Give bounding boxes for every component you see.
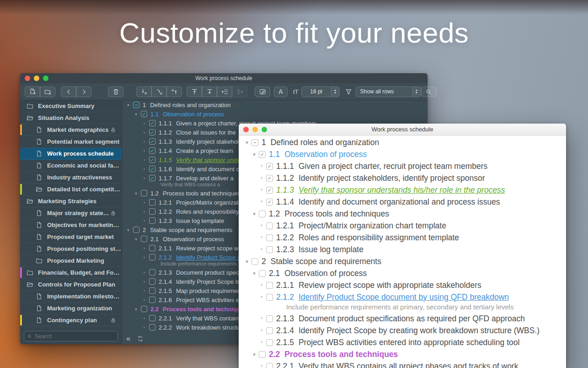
checkbox[interactable]: ✓: [266, 199, 273, 206]
outline-row[interactable]: ▾✓1.1Observation of process: [239, 148, 566, 160]
sidebar-item[interactable]: Major strategy statement: [20, 207, 122, 219]
outline-row[interactable]: ▾2Stable scope and requirements: [239, 255, 566, 267]
insert-row-above-button[interactable]: [166, 87, 182, 97]
disclosure-triangle-icon[interactable]: ▾: [125, 103, 132, 108]
sidebar-item[interactable]: Implementation milestones: [20, 291, 122, 303]
checkbox[interactable]: [266, 282, 273, 289]
minimize-button[interactable]: [252, 127, 258, 132]
sidebar-item[interactable]: Proposed Marketing: [20, 255, 122, 267]
checkbox[interactable]: ✓: [149, 175, 155, 181]
insert-child-row-button[interactable]: [151, 87, 167, 97]
font-size-stepper-arrows[interactable]: ▲▼: [331, 87, 339, 97]
checkbox[interactable]: [266, 315, 273, 322]
collapse-all-box[interactable]: –: [251, 139, 258, 146]
checkbox[interactable]: [133, 227, 139, 233]
font-size-value[interactable]: 16 pt: [302, 87, 331, 97]
outdent-button[interactable]: [217, 87, 232, 97]
outline-row[interactable]: •✓1.1.1Given a project charter, recruit …: [239, 160, 566, 172]
delete-button[interactable]: [108, 87, 123, 97]
filter-icon[interactable]: [345, 88, 352, 95]
sidebar-item[interactable]: Detailed list of competitors: [20, 184, 122, 195]
checkbox[interactable]: [149, 324, 155, 330]
sidebar-item[interactable]: Controls for Proposed Plan: [20, 279, 122, 291]
back-window-titlebar[interactable]: Work process schedule: [20, 73, 428, 83]
indent-button[interactable]: [232, 87, 247, 97]
sidebar-item[interactable]: Executive Summary: [20, 100, 122, 112]
outline-row[interactable]: ▾–1Defined roles and organization: [122, 100, 428, 109]
close-button[interactable]: [243, 127, 249, 132]
sidebar-item[interactable]: Financials, Budget, and Forecasts: [20, 267, 122, 279]
disclosure-triangle-icon[interactable]: ▾: [251, 352, 258, 357]
sidebar-item[interactable]: Contingency plan: [20, 314, 122, 326]
font-panel-button[interactable]: A: [274, 87, 288, 97]
checkbox[interactable]: ✓: [149, 166, 155, 172]
checkbox[interactable]: ✓: [266, 175, 273, 182]
outline-row[interactable]: •✓1.1.4Identify and document organizatio…: [239, 196, 566, 208]
outline-row[interactable]: •2.1.4Identify Project Scope by creating…: [239, 325, 566, 336]
outline-row[interactable]: •2.1.1Review project scope with appropri…: [239, 279, 566, 291]
sidebar-item[interactable]: Economic and social factors: [20, 160, 122, 172]
disclosure-triangle-icon[interactable]: ▾: [125, 227, 132, 233]
zoom-button[interactable]: [43, 76, 48, 81]
disclosure-triangle-icon[interactable]: ▾: [133, 307, 139, 312]
disclosure-triangle-icon[interactable]: ▾: [243, 259, 251, 265]
outline-row[interactable]: ▾–1Defined roles and organization: [239, 136, 566, 148]
disclosure-triangle-icon[interactable]: ▾: [133, 237, 139, 242]
checkbox[interactable]: [141, 236, 147, 242]
checkbox[interactable]: [251, 258, 258, 265]
outline-row[interactable]: •2.1.5Project WBS activities entered int…: [239, 336, 566, 348]
back-button[interactable]: [61, 87, 76, 97]
sidebar-search-field[interactable]: [24, 331, 118, 341]
checkbox[interactable]: [266, 294, 273, 301]
checkbox[interactable]: [266, 339, 273, 346]
new-document-button[interactable]: [25, 87, 40, 97]
close-button[interactable]: [25, 76, 30, 81]
minimize-button[interactable]: [34, 76, 39, 81]
checkbox[interactable]: [266, 246, 273, 253]
search-input[interactable]: [34, 333, 115, 340]
checkbox[interactable]: ✓: [149, 138, 155, 145]
sidebar-item[interactable]: Objectives for marketing plan: [20, 219, 122, 231]
checkbox[interactable]: [149, 315, 155, 321]
checkbox[interactable]: ✓: [141, 111, 147, 117]
checkbox[interactable]: ✓: [149, 157, 155, 163]
checkbox[interactable]: [149, 278, 155, 285]
sidebar-item[interactable]: Work process schedule: [20, 148, 122, 160]
disclosure-triangle-icon[interactable]: ▾: [251, 152, 258, 157]
outline-row[interactable]: •1.2.2Roles and responsibility assignmen…: [239, 232, 566, 244]
checkbox[interactable]: ✓: [149, 129, 155, 135]
checkbox[interactable]: [149, 297, 155, 303]
row-filter-stepper-arrows[interactable]: ▲▼: [412, 87, 421, 97]
sidebar-item[interactable]: Industry attractiveness: [20, 172, 122, 184]
outline-row[interactable]: ▾2.2Process tools and techniques: [239, 348, 566, 360]
outline-row[interactable]: •2.1.2Identify Product Scope document by…: [239, 291, 566, 303]
sidebar-item[interactable]: Potential market segment: [20, 136, 122, 148]
zoom-button[interactable]: [262, 127, 267, 132]
checkbox[interactable]: [259, 211, 266, 217]
move-to-top-button[interactable]: [187, 87, 202, 97]
checkbox[interactable]: [266, 234, 273, 241]
checkbox[interactable]: [149, 287, 155, 294]
checkbox[interactable]: [259, 270, 266, 277]
edit-note-button[interactable]: [255, 87, 270, 97]
search-button[interactable]: [421, 87, 437, 97]
checkbox[interactable]: ✓: [149, 120, 155, 126]
insert-row-below-button[interactable]: [136, 87, 152, 97]
checkbox[interactable]: [141, 190, 147, 196]
disclosure-triangle-icon[interactable]: ▾: [251, 271, 258, 276]
disclosure-triangle-icon[interactable]: ▾: [133, 112, 139, 117]
sidebar-item[interactable]: Proposed positioning strategy: [20, 243, 122, 255]
outline-row[interactable]: •2.1.3Document product specifications as…: [239, 313, 566, 325]
checkbox[interactable]: [266, 327, 273, 334]
new-folder-button[interactable]: [40, 87, 55, 97]
row-filter-value[interactable]: Show all rows: [356, 87, 412, 97]
sidebar-item[interactable]: Market demographics: [20, 124, 122, 136]
checkbox[interactable]: [259, 351, 266, 358]
outline-row[interactable]: •1.2.3Issue log template: [239, 244, 566, 255]
checkbox[interactable]: ✓: [149, 147, 155, 154]
sidebar-item[interactable]: Marketing Strategies: [20, 195, 122, 207]
checkbox[interactable]: ✓: [266, 163, 273, 170]
checkbox[interactable]: [149, 254, 155, 260]
disclosure-triangle-icon[interactable]: ▾: [243, 140, 251, 146]
sidebar-item[interactable]: Situation Analysis: [20, 112, 122, 124]
